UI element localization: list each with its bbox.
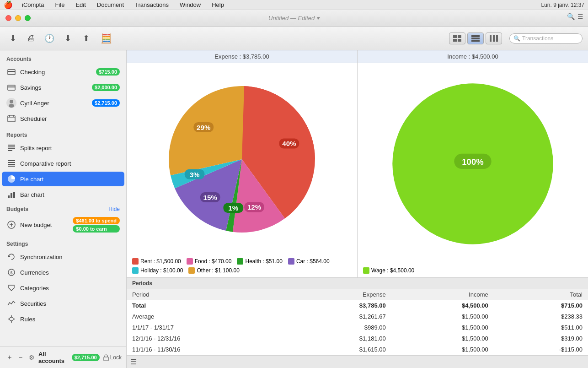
view-btn-2[interactable] bbox=[467, 32, 484, 44]
sidebar-item-scheduler[interactable]: Scheduler bbox=[2, 111, 124, 126]
svg-rect-12 bbox=[8, 85, 15, 90]
sidebar-item-sync[interactable]: Synchronization bbox=[2, 249, 124, 264]
svg-text:$: $ bbox=[10, 271, 12, 275]
menu-window[interactable]: Window bbox=[178, 1, 203, 8]
cell-income: $1,500.00 bbox=[391, 344, 494, 355]
legend-rent: Rent : $1,500.00 bbox=[132, 258, 181, 265]
sidebar-item-categories[interactable]: Categories bbox=[2, 281, 124, 295]
currencies-icon: $ bbox=[6, 267, 16, 277]
view-btn-3[interactable] bbox=[486, 32, 502, 44]
budget-spend-badge: $461.00 to spend bbox=[73, 217, 120, 224]
svg-rect-29 bbox=[8, 195, 10, 198]
calculator-button[interactable]: 🧮 bbox=[99, 31, 113, 46]
maximize-button[interactable] bbox=[25, 15, 31, 21]
minimize-button[interactable] bbox=[15, 15, 21, 21]
search-icon: 🔍 bbox=[513, 35, 520, 42]
cell-total: $511.00 bbox=[494, 322, 588, 333]
legend-other: Other : $1,100.00 bbox=[188, 267, 239, 274]
legend-food-color bbox=[187, 258, 193, 265]
add-account-button[interactable]: + bbox=[5, 352, 15, 363]
system-search-icon[interactable]: 🔍 bbox=[567, 13, 575, 20]
scheduler-icon bbox=[6, 114, 16, 124]
settings-header: Settings bbox=[0, 237, 126, 249]
content-bottom-bar: ☰ bbox=[127, 355, 588, 368]
cell-expense: $989.00 bbox=[289, 322, 391, 333]
svg-text:3%: 3% bbox=[190, 171, 200, 179]
budgets-hide-button[interactable]: Hide bbox=[108, 206, 120, 212]
sidebar-item-securities[interactable]: Securities bbox=[2, 296, 124, 311]
svg-rect-16 bbox=[8, 116, 15, 122]
legend-car: Car : $564.00 bbox=[288, 258, 330, 265]
legend-health-color bbox=[237, 258, 243, 265]
history-button[interactable]: 🕐 bbox=[42, 31, 57, 46]
svg-rect-21 bbox=[8, 146, 15, 147]
upload-button[interactable]: ⬆ bbox=[79, 31, 93, 46]
sidebar-item-pie[interactable]: Pie chart bbox=[2, 172, 124, 186]
svg-point-15 bbox=[9, 104, 14, 108]
cyril-label: Cyril Anger bbox=[20, 100, 88, 107]
pie-label: Pie chart bbox=[20, 176, 120, 183]
expense-chart-header: Expense : $3,785.00 bbox=[127, 50, 357, 63]
sidebar-item-savings[interactable]: Savings $2,000.00 bbox=[2, 80, 124, 95]
budget-badges: $461.00 to spend $0.00 to earn bbox=[73, 217, 120, 233]
menu-transactions[interactable]: Transactions bbox=[133, 1, 171, 8]
splits-label: Splits report bbox=[20, 145, 120, 152]
savings-icon bbox=[6, 82, 16, 92]
legend-food-label: Food : $470.00 bbox=[195, 258, 232, 265]
cell-income: $1,500.00 bbox=[391, 311, 494, 322]
sidebar-bottom-actions: + − ⚙ bbox=[5, 352, 37, 363]
periods-table: Period Expense Income Total Total $3,785… bbox=[127, 289, 588, 355]
svg-rect-1 bbox=[458, 35, 461, 38]
svg-text:40%: 40% bbox=[282, 140, 296, 147]
comparative-icon bbox=[6, 158, 16, 168]
income-chart-legend: Wage : $4,500.00 bbox=[358, 265, 588, 277]
apple-menu[interactable]: 🍎 bbox=[4, 0, 13, 9]
remove-account-button[interactable]: − bbox=[16, 352, 26, 363]
search-field[interactable]: 🔍 Transactions bbox=[509, 33, 583, 43]
close-button[interactable] bbox=[5, 15, 11, 21]
svg-rect-24 bbox=[8, 160, 15, 161]
svg-rect-23 bbox=[8, 150, 12, 151]
sidebar-item-comparative[interactable]: Comparative report bbox=[2, 156, 124, 171]
cell-period: Average bbox=[127, 311, 289, 322]
view-btn-1[interactable] bbox=[449, 32, 465, 44]
search-placeholder: Transactions bbox=[522, 35, 553, 42]
sidebar-item-checking[interactable]: Checking $715.00 bbox=[2, 65, 124, 79]
cell-total: -$115.00 bbox=[494, 344, 588, 355]
col-income: Income bbox=[391, 289, 494, 300]
menu-help[interactable]: Help bbox=[210, 1, 226, 8]
sidebar-item-cyril[interactable]: Cyril Anger $2,715.00 bbox=[2, 96, 124, 110]
svg-rect-26 bbox=[8, 164, 15, 165]
cell-income: $1,500.00 bbox=[391, 333, 494, 344]
menu-edit[interactable]: Edit bbox=[74, 1, 87, 8]
cell-income: $1,500.00 bbox=[391, 322, 494, 333]
legend-health-label: Health : $51.00 bbox=[245, 258, 282, 265]
svg-rect-8 bbox=[493, 35, 495, 42]
sidebar-item-new-budget[interactable]: New budget $461.00 to spend $0.00 to ear… bbox=[2, 215, 124, 235]
securities-icon bbox=[6, 298, 16, 308]
sidebar-item-bar[interactable]: Bar chart bbox=[2, 187, 124, 202]
download-button[interactable]: ⬇ bbox=[60, 31, 75, 46]
settings-gear-button[interactable]: ⚙ bbox=[27, 352, 37, 363]
sidebar-item-currencies[interactable]: $ Currencies bbox=[2, 265, 124, 280]
checking-badge: $715.00 bbox=[96, 68, 120, 76]
currencies-label: Currencies bbox=[20, 269, 120, 276]
scheduler-label: Scheduler bbox=[20, 115, 120, 122]
legend-wage: Wage : $4,500.00 bbox=[363, 267, 414, 274]
svg-rect-22 bbox=[8, 148, 15, 149]
list-view-icon[interactable]: ☰ bbox=[130, 357, 137, 366]
svg-rect-2 bbox=[453, 39, 457, 42]
budget-label: New budget bbox=[20, 222, 69, 228]
lock-button[interactable]: Lock bbox=[103, 354, 122, 361]
legend-other-color bbox=[188, 267, 195, 274]
export-button[interactable]: ⬇ bbox=[5, 31, 20, 46]
cell-expense: $3,785.00 bbox=[289, 300, 391, 311]
menu-document[interactable]: Document bbox=[95, 1, 126, 8]
system-menu-icon[interactable]: ☰ bbox=[577, 13, 583, 20]
menu-file[interactable]: File bbox=[53, 1, 66, 8]
sidebar-item-splits[interactable]: Splits report bbox=[2, 141, 124, 155]
pie-icon bbox=[6, 174, 16, 184]
print-button[interactable]: 🖨 bbox=[24, 31, 38, 46]
sidebar-item-rules[interactable]: Rules bbox=[2, 312, 124, 326]
menu-icompta[interactable]: iCompta bbox=[20, 1, 46, 8]
